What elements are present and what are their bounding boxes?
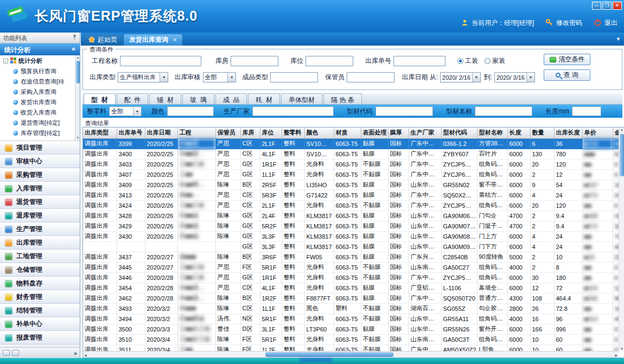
material-tab[interactable]: 配 件	[117, 93, 149, 104]
product-type-input[interactable]	[270, 72, 318, 82]
clear-conditions-button[interactable]: 清空条件	[544, 54, 590, 65]
menu-item[interactable]: 仓储管理	[0, 263, 80, 277]
panel-view-icon[interactable]	[3, 350, 10, 356]
tree-expander-icon[interactable]: -	[3, 59, 8, 63]
tab-overflow-icon[interactable]: ▼	[616, 36, 621, 42]
profile-code-input[interactable]	[375, 106, 433, 116]
column-header[interactable]: 数量	[530, 127, 554, 138]
menu-item[interactable]: 工地管理	[0, 250, 80, 263]
menu-item[interactable]: 审核中心	[0, 155, 80, 168]
change-password-link[interactable]: 修改密码	[556, 18, 582, 28]
horizontal-scrollbar[interactable]: ◀ ▶	[83, 351, 619, 357]
table-row[interactable]: 调拨出库34132020/2/26南■■…严思C区5R3F整料G71422606…	[83, 190, 619, 200]
search-button[interactable]: 查 询	[544, 69, 590, 81]
material-tab[interactable]: 成 品	[215, 93, 247, 104]
column-header[interactable]: 长度	[507, 127, 530, 138]
column-header[interactable]: 型材名称	[477, 127, 507, 138]
computer-icon[interactable]	[12, 350, 19, 356]
logout-link[interactable]: 退出	[604, 18, 617, 28]
tree-item[interactable]: 在途信息查询[待	[0, 76, 80, 87]
order-no-input[interactable]	[393, 56, 445, 66]
menu-item[interactable]: 出库管理	[0, 236, 80, 250]
pin-icon[interactable]	[72, 35, 77, 41]
column-header[interactable]: 金额	[613, 127, 619, 138]
tree-item[interactable]: 采购入库查询	[0, 87, 80, 97]
tree-item[interactable]: 退货查询[待定]	[0, 118, 80, 128]
collapse-icon[interactable]: «	[72, 45, 75, 53]
column-header[interactable]: 出库类型	[83, 127, 117, 138]
menu-item[interactable]: 财务管理	[0, 290, 80, 304]
table-row[interactable]: 调拨出库34622020/2/28华■■源…陈琳B区1R2F整料F8877FT6…	[83, 293, 619, 303]
column-header[interactable]: 保管员	[215, 127, 240, 138]
date-from-picker[interactable]: 2020/ 2/16▼	[440, 72, 481, 82]
column-header[interactable]: 出库日期	[145, 127, 177, 138]
vertical-scrollbar[interactable]: ▲ ▼	[619, 127, 624, 351]
menu-item[interactable]: 入库管理	[0, 182, 80, 195]
column-header[interactable]: 出库长度	[554, 127, 582, 138]
close-button[interactable]: ✕	[613, 2, 622, 10]
table-row[interactable]: 调拨出库35112020/3/4工■■陈琳F区1L2F整料光身料6063-T5不…	[83, 344, 619, 351]
menu-item[interactable]: 补单中心	[0, 317, 80, 331]
table-row[interactable]: 调拨出库34002020/2/25华■■源…严思C区4L1F整料SV10…606…	[83, 149, 619, 159]
column-header[interactable]: 型材代码	[441, 127, 477, 138]
menu-item[interactable]: 物料盘存	[0, 277, 80, 290]
material-tab[interactable]: 型 材	[84, 93, 116, 104]
radio-gongzhuang-label[interactable]: 工装	[465, 56, 478, 66]
profile-name-input[interactable]	[475, 106, 532, 116]
table-row[interactable]: 调拨出库34092020/2/25长■■网…陈琳B区2R5F整料LI35HO60…	[83, 180, 619, 190]
tree-item[interactable]: 预算执行查询	[0, 66, 80, 76]
material-tab[interactable]: 辅 材	[149, 93, 181, 104]
table-row[interactable]: 调拨出库34372020/2/27佛■■■陈琳B区3R6F整料FW056063-…	[83, 252, 619, 262]
color-input[interactable]	[167, 106, 214, 116]
menu-item[interactable]: 报废管理	[0, 331, 80, 344]
radio-jiazhuang-label[interactable]: 家装	[492, 56, 505, 66]
project-name-input[interactable]	[120, 56, 201, 66]
tree-scrollbar[interactable]: ▲ ▼	[75, 55, 80, 141]
menu-item[interactable]: 生产管理	[0, 222, 80, 236]
table-row[interactable]: 调拨出库34932020/3/2华■■■陈琳C区1L1F整料黑色塑料不贴膜国标湖…	[83, 303, 619, 314]
column-header[interactable]: 表面处理	[361, 127, 388, 138]
section-header-statistics[interactable]: 统计分析 «	[0, 43, 80, 55]
tree-root[interactable]: - 统计分析	[0, 55, 80, 66]
table-row[interactable]: 调拨出库34542020/2/28华■■源…严思C区4L1F整料光身料6063-…	[83, 283, 619, 293]
material-tab[interactable]: 耗 材	[248, 93, 280, 104]
table-row[interactable]: 调拨出库34942020/3/2石■■辉城汤伟.N区5R1F整料光身料6063-…	[83, 314, 619, 324]
menu-item[interactable]: 结转管理	[0, 304, 80, 317]
tab-close-icon[interactable]: ✕	[173, 37, 177, 43]
outbound-audit-select[interactable]: 全部▼	[203, 72, 237, 82]
length-input[interactable]	[572, 106, 601, 116]
tree-item[interactable]: 库存管理[待定]	[0, 128, 80, 138]
warehouse-input[interactable]	[231, 56, 278, 66]
table-row[interactable]: 调拨出库34242020/2/26工■■工程严思C区2L1F整料光身料6063-…	[83, 200, 619, 210]
whole-piece-select[interactable]: 全部▼	[109, 106, 142, 116]
maximize-button[interactable]: ❐	[602, 2, 612, 10]
material-tab[interactable]: 玻 璃	[182, 93, 214, 104]
outbound-type-select[interactable]: 生产领料出库▼	[118, 72, 168, 82]
column-header[interactable]: 库位	[260, 127, 282, 138]
radio-jiazhuang[interactable]	[485, 58, 491, 64]
column-header[interactable]: 工程	[177, 127, 215, 138]
column-header[interactable]: 生产厂家	[409, 127, 441, 138]
scroll-left-icon[interactable]: ◀	[84, 353, 87, 357]
radio-gongzhuang[interactable]	[457, 58, 463, 64]
dropdown-arrow-icon[interactable]: ▼	[526, 73, 534, 82]
date-to-picker[interactable]: 2020/ 3/16▼	[494, 72, 535, 82]
minimize-button[interactable]: ─	[592, 2, 601, 10]
table-row[interactable]: 调拨出库34032020/2/25工■■工程严思G区1R1F整料光身料6063-…	[83, 159, 619, 169]
table-row[interactable]: 调拨出库34072020/2/25工■■严思G区1L1F整料光身料6063-T5…	[83, 169, 619, 180]
menu-item[interactable]: 退库管理	[0, 209, 80, 222]
scroll-down-icon[interactable]: ▼	[75, 136, 80, 141]
keeper-input[interactable]	[347, 72, 394, 82]
table-row[interactable]: 调拨出库34452020/2/27工■■工程严思F区5R1F整料光身料6063-…	[83, 262, 619, 272]
location-input[interactable]	[305, 56, 353, 66]
scrollbar-thumb[interactable]	[620, 134, 624, 176]
column-header[interactable]: 膜厚	[388, 127, 409, 138]
scroll-up-icon[interactable]: ▲	[620, 128, 623, 131]
column-header[interactable]: 材质	[334, 127, 361, 138]
scroll-right-icon[interactable]: ▶	[615, 353, 617, 357]
dropdown-arrow-icon[interactable]: ▼	[133, 107, 141, 116]
dropdown-arrow-icon[interactable]: ▼	[160, 73, 168, 82]
column-header[interactable]: 整零料	[282, 127, 304, 138]
more-chevrons-icon[interactable]: »	[74, 350, 77, 356]
tab-home[interactable]: 起始页	[83, 34, 123, 46]
